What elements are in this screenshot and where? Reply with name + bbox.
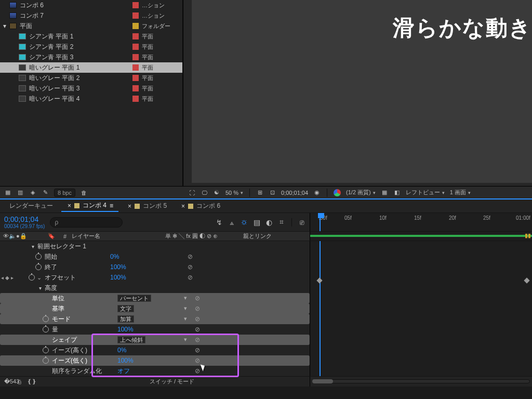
time-scroll-thumb[interactable] xyxy=(312,379,333,383)
current-time-indicator[interactable] xyxy=(320,241,321,376)
viewer-timecode[interactable]: 0;00;01;04 xyxy=(281,190,308,196)
property-value[interactable]: 0% xyxy=(110,253,180,260)
property-row[interactable]: 基準文字 ▾⊘ xyxy=(0,303,310,314)
transparency-grid-icon[interactable]: ▦ xyxy=(381,189,388,196)
twirl-icon[interactable]: ▾ xyxy=(32,244,34,249)
snap-icon[interactable]: ⎚ xyxy=(298,218,305,227)
property-row[interactable]: シェイプ上へ傾斜 ▾⊘ xyxy=(0,335,310,345)
stopwatch-icon[interactable] xyxy=(35,254,42,260)
switch-mode-toggle[interactable]: スイッチ / モード xyxy=(150,378,194,385)
expression-link-icon[interactable]: ⊘ xyxy=(187,305,208,312)
property-tree[interactable]: ▾範囲セレクター 1開始0%⊘終了100%⊘◂ ◆ ▸⌄オフセット100%⊘▾高… xyxy=(0,241,310,376)
timeline-tracks[interactable] xyxy=(310,241,532,376)
expression-link-icon[interactable]: ⊘ xyxy=(187,336,208,343)
project-item[interactable]: シアン青 平面 1平面 xyxy=(0,31,182,42)
label-color-icon[interactable] xyxy=(132,54,139,60)
property-row[interactable]: ◂ ◆ ▸⌄オフセット100%⊘ xyxy=(0,272,310,283)
property-dropdown[interactable]: 加算 ▾ xyxy=(117,315,134,323)
property-value[interactable]: 100% xyxy=(117,326,187,333)
toggle-brace-icon[interactable]: ❴❵ xyxy=(27,378,34,385)
adjust-icon[interactable]: ✎ xyxy=(42,189,49,196)
property-value[interactable]: 0% xyxy=(117,347,187,354)
stopwatch-icon[interactable] xyxy=(43,357,49,364)
property-row[interactable]: 開始0%⊘ xyxy=(0,251,310,262)
stopwatch-icon[interactable] xyxy=(29,274,35,281)
view-dropdown[interactable]: レフトビュー▾ xyxy=(406,189,445,196)
region-icon[interactable]: ◧ xyxy=(393,189,401,196)
property-row[interactable]: ▾範囲セレクター 1 xyxy=(0,241,310,251)
label-color-icon[interactable] xyxy=(132,33,139,39)
label-color-icon[interactable] xyxy=(132,12,139,19)
resolution-dropdown[interactable]: (1/2 画質)▾ xyxy=(346,189,376,196)
timeline-tab[interactable]: レンダーキュー xyxy=(4,201,58,211)
zoom-dropdown[interactable]: 50 %▾ xyxy=(225,190,243,196)
mask-icon[interactable]: ☯ xyxy=(213,189,220,196)
close-tab-icon[interactable]: × xyxy=(181,203,185,210)
screen-count-dropdown[interactable]: 1 画面▾ xyxy=(450,189,471,196)
magnify-icon[interactable]: ⛶ xyxy=(188,190,195,196)
property-row[interactable]: 順序をランダム化オフ⊘ xyxy=(0,366,310,376)
label-color-icon[interactable] xyxy=(132,44,139,50)
project-item[interactable]: 暗いグレー 平面 2平面 xyxy=(0,73,182,83)
property-value[interactable]: 100% xyxy=(110,263,180,271)
label-color-icon[interactable] xyxy=(132,23,139,29)
project-item[interactable]: コンポ 7…ション xyxy=(0,10,182,21)
property-dropdown[interactable]: 文字 ▾ xyxy=(117,305,134,312)
stopwatch-icon[interactable] xyxy=(43,316,49,322)
keyframe-icon[interactable] xyxy=(316,277,322,283)
project-item[interactable]: シアン青 平面 3平面 xyxy=(0,52,182,62)
property-value[interactable]: オフ xyxy=(117,367,187,376)
label-color-icon[interactable] xyxy=(132,75,139,81)
current-timecode[interactable]: 0;00;01;04 xyxy=(4,215,45,223)
property-value[interactable]: 100% xyxy=(110,274,180,281)
property-value[interactable]: 100% xyxy=(117,357,187,364)
close-tab-icon[interactable]: × xyxy=(128,203,131,210)
property-row[interactable]: イーズ(低く)100%⊘ xyxy=(0,355,310,366)
frame-blend-icon[interactable]: ▤ xyxy=(253,218,260,227)
keyframe-nav[interactable]: ◂ ◆ ▸ xyxy=(1,275,14,281)
comp-mini-flow-icon[interactable]: ↯ xyxy=(216,218,223,227)
expression-link-icon[interactable]: ⊘ xyxy=(187,326,208,333)
grid-icon[interactable]: ⊞ xyxy=(256,189,263,196)
project-item[interactable]: ▾平面フォルダー xyxy=(0,21,182,31)
property-dropdown[interactable]: 上へ傾斜 ▾ xyxy=(117,336,145,343)
timeline-tabs[interactable]: レンダーキュー×コンポ 4 ≡×コンポ 5×コンポ 6 xyxy=(0,200,532,213)
new-folder-icon[interactable]: ▥ xyxy=(17,189,24,196)
label-color-icon[interactable] xyxy=(132,85,139,91)
property-row[interactable]: モード加算 ▾⊘ xyxy=(0,314,310,324)
expression-link-icon[interactable]: ⊘ xyxy=(187,357,208,364)
expression-link-icon[interactable]: ⊘ xyxy=(180,253,201,260)
project-tree[interactable]: コンポ 6…ションコンポ 7…ション▾平面フォルダーシアン青 平面 1平面シアン… xyxy=(0,0,182,186)
col-switches[interactable]: 单 ✻ ╲ fx 圓 ◐ ⊘ ⊕ xyxy=(165,232,243,240)
draft3d-icon[interactable]: ⟁ xyxy=(228,218,235,227)
expression-link-icon[interactable]: ⊘ xyxy=(187,315,208,323)
label-color-icon[interactable] xyxy=(132,96,139,102)
toggle-modes-icon[interactable]: ⎙ xyxy=(16,379,23,385)
property-row[interactable]: 単位パーセント ▾⊘ xyxy=(0,293,310,303)
graph-editor-icon[interactable]: ⌗ xyxy=(278,218,285,227)
project-item[interactable]: コンポ 6…ション xyxy=(0,0,182,10)
interpret-footage-icon[interactable]: ▦ xyxy=(4,189,11,196)
col-parent[interactable]: 親とリンク xyxy=(243,232,310,240)
project-item[interactable]: シアン青 平面 2平面 xyxy=(0,42,182,52)
disclosure-triangle-icon[interactable]: ▾ xyxy=(3,22,9,30)
work-area-marker[interactable]: ▮▮ xyxy=(525,232,531,239)
toggle-switches-icon[interactable]: �543 xyxy=(4,378,11,385)
property-row[interactable]: ▾高度 xyxy=(0,283,310,293)
property-row[interactable]: イーズ(高く)0%⊘ xyxy=(0,345,310,355)
label-color-icon[interactable] xyxy=(132,64,139,71)
close-tab-icon[interactable]: × xyxy=(68,202,71,209)
stopwatch-icon[interactable] xyxy=(35,264,42,270)
project-item[interactable]: 暗いグレー 平面 4平面 xyxy=(0,94,182,104)
stopwatch-icon[interactable] xyxy=(43,347,49,353)
color-management-icon[interactable] xyxy=(334,189,341,196)
property-row[interactable]: 量100%⊘ xyxy=(0,324,310,335)
trash-icon[interactable]: 🗑 xyxy=(81,190,88,196)
expression-link-icon[interactable]: ⊘ xyxy=(180,274,201,281)
tab-menu-icon[interactable]: ≡ xyxy=(110,202,113,209)
stopwatch-icon[interactable] xyxy=(43,326,49,332)
timeline-tab[interactable]: ×コンポ 6 xyxy=(175,201,225,211)
display-icon[interactable]: 🖵 xyxy=(201,190,208,196)
timeline-tab[interactable]: ×コンポ 4 ≡ xyxy=(61,200,118,212)
guides-icon[interactable]: ⊡ xyxy=(269,189,276,196)
